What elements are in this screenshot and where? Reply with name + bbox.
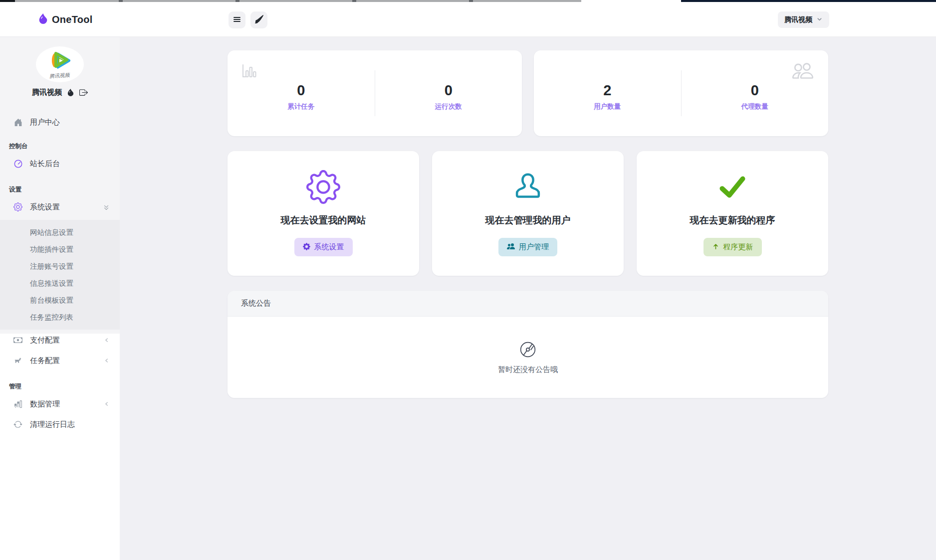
sidebar-section-console: 控制台 [9,142,120,151]
chrome-strip-divider [352,0,356,2]
site-logo: 腾讯视频 [36,46,84,82]
sidebar-toggle-button[interactable] [229,11,245,28]
gear-outline-icon [306,169,340,205]
stat-value: 2 [603,83,611,98]
refresh-icon [13,420,23,429]
sidebar-menu: 用户中心 控制台 站长后台 设置 系统设置 [0,112,120,434]
announcement-empty-state: 暂时还没有公告哦 [228,317,828,398]
hamburger-icon [233,15,241,25]
tencent-video-logo-icon [47,50,72,74]
person-outline-icon [512,169,544,205]
sidebar-subitem-template[interactable]: 前台模板设置 [0,292,120,309]
announcement-panel: 系统公告 暂时还没有公告哦 [228,291,828,398]
action-button-label: 程序更新 [723,242,753,252]
action-title: 现在去更新我的程序 [690,214,775,227]
stat-agent-count: 0 代理数量 [682,50,829,136]
sidebar-item-label: 站长后台 [30,159,110,169]
sidebar-item-label: 数据管理 [30,399,97,409]
people-fill-icon [507,242,515,252]
main-content: 0 累计任务 0 运行次数 [120,37,936,560]
chrome-strip-divider [469,0,473,2]
dog-icon [13,356,23,365]
stats-row: 0 累计任务 0 运行次数 [228,50,828,136]
action-card-update: 现在去更新我的程序 程序更新 [637,151,828,276]
sidebar: 腾讯视频 腾讯视频 用户中心 控制台 [0,37,120,560]
action-card-settings: 现在去设置我的网站 系统设置 [228,151,419,276]
sidebar-subitem-task-monitor[interactable]: 任务监控列表 [0,309,120,326]
chrome-strip-segment [581,0,681,2]
site-switcher-label: 腾讯视频 [784,15,812,24]
app-shell: 腾讯视频 腾讯视频 用户中心 控制台 [0,37,936,560]
chevron-left-icon [104,401,110,407]
sidebar-item-data-manage[interactable]: 数据管理 [0,394,120,414]
cash-icon [13,336,23,345]
stat-card-tasks: 0 累计任务 0 运行次数 [228,50,522,136]
sidebar-subitem-site-info[interactable]: 网站信息设置 [0,224,120,241]
sidebar-item-label: 系统设置 [30,202,96,212]
chevron-left-icon [104,337,110,343]
gear-icon [13,202,23,211]
stat-run-count: 0 运行次数 [375,50,522,136]
gear-fill-icon [303,243,310,252]
chevron-left-icon [104,358,110,364]
home-icon [13,118,23,127]
sidebar-item-user-center[interactable]: 用户中心 [0,112,120,132]
sidebar-item-label: 任务配置 [30,356,97,366]
sidebar-item-system-settings[interactable]: 系统设置 [0,197,120,217]
chrome-strip-divider [235,0,239,2]
stat-label: 累计任务 [287,102,314,111]
browser-chrome-strip [0,0,936,2]
dashboard-icon [13,159,23,169]
sidebar-item-webmaster[interactable]: 站长后台 [0,154,120,174]
sidebar-item-label: 清理运行日志 [30,420,110,429]
action-button-label: 系统设置 [314,242,344,252]
chrome-strip-divider [119,0,123,2]
sidebar-item-label: 支付配置 [30,336,97,345]
site-switcher-dropdown[interactable]: 腾讯视频 [778,11,829,28]
stat-value: 0 [751,83,759,98]
stat-user-count: 2 用户数量 [534,50,681,136]
chevron-down-icon [816,16,823,24]
system-settings-button[interactable]: 系统设置 [294,238,353,256]
actions-row: 现在去设置我的网站 系统设置 现在去管理我的用户 [228,151,828,276]
topbar: OneTool 腾讯视频 [0,2,936,37]
program-update-button[interactable]: 程序更新 [703,238,762,256]
onetool-drop-icon [38,13,48,26]
sidebar-subitem-plugins[interactable]: 功能插件设置 [0,241,120,258]
theme-brush-button[interactable] [250,11,267,28]
stat-card-users: 2 用户数量 0 代理数量 [534,50,828,136]
brush-icon [255,15,263,25]
check-icon [716,169,749,205]
site-name: 腾讯视频 [32,88,62,97]
brand-name: OneTool [52,14,93,25]
arrow-up-icon [712,243,719,252]
brand: OneTool [38,2,93,37]
stat-label: 用户数量 [594,102,621,111]
announcement-title: 系统公告 [241,299,271,308]
sidebar-section-settings: 设置 [9,186,120,194]
sidebar-item-clear-logs[interactable]: 清理运行日志 [0,414,120,434]
chrome-strip-segment [0,0,15,2]
stat-value: 0 [297,83,305,98]
stat-label: 代理数量 [741,102,768,111]
stat-label: 运行次数 [435,102,462,111]
logout-icon[interactable] [79,88,88,97]
sidebar-item-label: 用户中心 [30,118,110,127]
site-row: 腾讯视频 [0,88,120,97]
sidebar-subitem-push[interactable]: 信息推送设置 [0,275,120,292]
announcement-header: 系统公告 [228,291,828,317]
sidebar-section-manage: 管理 [9,382,120,391]
bar-chart-icon [13,400,23,408]
system-settings-submenu: 网站信息设置 功能插件设置 注册账号设置 信息推送设置 前台模板设置 任务监控列… [0,220,120,330]
sidebar-subitem-register[interactable]: 注册账号设置 [0,258,120,275]
topbar-toolbar [229,11,267,28]
user-manage-button[interactable]: 用户管理 [498,238,557,256]
action-card-users: 现在去管理我的用户 用户管理 [432,151,624,276]
droplet-icon[interactable] [67,89,74,96]
stat-value: 0 [445,83,453,98]
no-data-icon [519,341,537,361]
chrome-strip-segment [681,0,936,2]
sidebar-item-task-config[interactable]: 任务配置 [0,351,120,371]
sidebar-item-payment-config[interactable]: 支付配置 [0,330,120,350]
action-title: 现在去设置我的网站 [281,214,366,227]
